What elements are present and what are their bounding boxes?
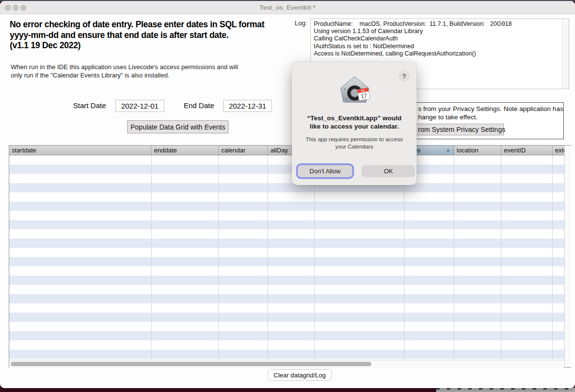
column-divider xyxy=(151,155,152,360)
log-line: ProductName: macOS, ProductVersion: 11.7… xyxy=(314,20,561,28)
help-button[interactable]: ? xyxy=(399,71,409,81)
table-row xyxy=(9,192,564,202)
start-date-input[interactable] xyxy=(115,100,164,112)
page-title: No error checking of date entry. Please … xyxy=(10,19,290,51)
table-row xyxy=(9,340,564,350)
sort-ascending-icon: ▲ xyxy=(446,148,450,152)
populate-datagrid-button[interactable]: Populate Data Grid with Events xyxy=(127,120,229,133)
heading-line-1: No error checking of date entry. Please … xyxy=(10,19,290,30)
dialog-title: “Test_os_Eventkit.app” would like to acc… xyxy=(297,114,412,131)
table-row xyxy=(9,276,564,285)
clear-datagrid-log-button[interactable]: Clear datagrid/Log xyxy=(268,369,332,381)
log-line: tAuthStatus is set to : NotDetermined xyxy=(314,43,561,50)
column-divider xyxy=(218,155,219,360)
dialog-body-text: This app requires permission to access y… xyxy=(299,136,410,150)
grid-column-header-enddate[interactable]: enddate xyxy=(152,146,219,155)
end-date-label: End Date xyxy=(184,101,214,110)
log-line: Access is NotDetermined, calling CalRequ… xyxy=(314,50,561,57)
app-window: Test_os_Eventkit * No error checking of … xyxy=(0,1,575,388)
grid-column-header-calendar[interactable]: calendar xyxy=(219,146,268,155)
grid-vertical-scrollbar[interactable] xyxy=(564,146,571,367)
table-row xyxy=(9,266,564,276)
table-row xyxy=(9,202,564,211)
badge-day: 17 xyxy=(361,93,368,99)
security-privacy-icon: JUL 17 xyxy=(339,75,371,106)
dialog-title-line-2: like to access your calendar. xyxy=(297,122,412,131)
column-divider xyxy=(314,155,315,360)
grid-header-row: startdateenddatecalendarallDayes▲locatio… xyxy=(9,146,564,155)
table-row xyxy=(9,211,564,220)
table-row xyxy=(9,331,564,340)
table-row xyxy=(9,303,564,313)
table-row xyxy=(9,165,564,174)
column-divider xyxy=(501,155,501,360)
table-row xyxy=(9,183,564,192)
start-date-label: Start Date xyxy=(73,101,106,110)
table-row xyxy=(9,257,564,266)
grid-column-header-startdate[interactable]: startdate xyxy=(9,146,152,155)
grid-column-header-exter[interactable]: exter xyxy=(553,146,565,155)
heading-line-2: yyyy-mm-dd and ensure that end date is a… xyxy=(10,30,290,41)
table-row xyxy=(9,248,564,257)
table-row xyxy=(9,174,564,183)
column-divider xyxy=(454,155,454,360)
title-bar: Test_os_Eventkit * xyxy=(0,1,575,14)
dialog-title-line-1: “Test_os_Eventkit.app” would xyxy=(297,114,412,122)
column-divider xyxy=(268,155,268,360)
window-title: Test_os_Eventkit * xyxy=(0,4,575,11)
end-date-input[interactable] xyxy=(223,100,272,112)
table-row xyxy=(9,239,564,248)
log-line: Using version 1.1.53 of Calendar Library xyxy=(314,28,561,35)
log-line: Calling CalCheckCalendarAuth xyxy=(314,35,561,42)
grid-horizontal-scrollbar xyxy=(9,360,564,368)
desktop-backdrop-bottom xyxy=(436,388,575,392)
events-datagrid: startdateenddatecalendarallDayes▲locatio… xyxy=(9,145,571,368)
table-row xyxy=(9,294,564,303)
table-row xyxy=(9,322,564,331)
table-row xyxy=(9,313,564,322)
privacy-note-line-2: hange to take effect. xyxy=(418,113,478,121)
ok-button[interactable]: OK xyxy=(362,165,415,177)
dialog-body-line-2: your Calendars xyxy=(299,143,410,150)
table-row xyxy=(9,229,564,239)
table-row xyxy=(9,285,564,294)
dialog-buttons: Don't Allow OK xyxy=(298,165,411,177)
log-label: Log: xyxy=(290,19,307,27)
grid-column-header-location[interactable]: location xyxy=(454,146,501,155)
heading-line-3: (v1.1 19 Dec 2022) xyxy=(10,40,290,51)
grid-hscroll-thumb[interactable] xyxy=(11,362,371,366)
table-row xyxy=(9,350,564,359)
calendar-badge-icon: JUL 17 xyxy=(357,88,370,101)
privacy-note-line-1: s from your Privacy Settings. Note appli… xyxy=(418,105,563,112)
table-row xyxy=(9,155,564,165)
dialog-body-line-1: This app requires permission to access xyxy=(299,136,410,143)
calendar-permission-dialog: ? JUL 17 “ xyxy=(292,62,417,185)
log-scrollbar[interactable] xyxy=(562,19,569,89)
column-divider xyxy=(552,155,553,360)
table-row xyxy=(9,220,564,229)
grid-column-header-eventID[interactable]: eventID xyxy=(501,146,553,155)
column-divider xyxy=(404,155,404,360)
ide-note-text: When run in the IDE this application use… xyxy=(11,63,284,79)
grid-body xyxy=(9,155,564,360)
dont-allow-button[interactable]: Don't Allow xyxy=(298,165,352,177)
